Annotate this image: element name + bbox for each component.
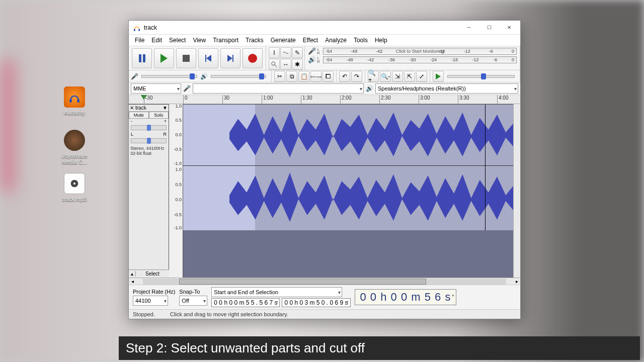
selection-mode-combo[interactable]: Start and End of Selection bbox=[211, 287, 342, 297]
recording-meter[interactable]: Click to Start Monitoring -54 -48 -42 -1… bbox=[323, 48, 517, 55]
selection-start-field[interactable]: 0 0 h 0 0 m 5 5 . 5 6 7 s bbox=[211, 298, 280, 307]
edit-toolbar: ✂ ⧉ 📋 ⟝⟞ ⧠ bbox=[272, 70, 337, 82]
desktop-icon-audacity[interactable]: Audacity bbox=[54, 86, 95, 116]
zoom-toggle-icon[interactable]: ⤢ bbox=[416, 71, 427, 82]
menu-select[interactable]: Select bbox=[166, 36, 189, 45]
svg-rect-4 bbox=[134, 29, 135, 31]
audio-position-field[interactable]: 0 0 h 0 0 m 5 6 s bbox=[355, 289, 457, 305]
undo-icon[interactable]: ↶ bbox=[339, 71, 350, 82]
desktop-icon-joyoshare[interactable]: Joyoshare Media C... bbox=[54, 130, 95, 165]
trim-icon[interactable]: ⟝⟞ bbox=[310, 71, 321, 82]
speaker-slider-icon: 🔊 bbox=[200, 73, 208, 80]
paste-icon[interactable]: 📋 bbox=[298, 71, 309, 82]
desktop-icon-trackmp3[interactable]: track.mp3 bbox=[54, 173, 95, 202]
track-select-button[interactable]: Select bbox=[136, 271, 169, 277]
project-rate-combo[interactable]: 44100 bbox=[133, 296, 168, 306]
play-button[interactable] bbox=[154, 48, 174, 68]
tools-toolbar: I ✎ ↔ ✱ bbox=[266, 46, 305, 70]
track-close-icon[interactable]: ✕ bbox=[130, 105, 134, 111]
desktop-icon-label: track.mp3 bbox=[54, 196, 95, 202]
mic-icon[interactable]: 🎤 bbox=[308, 47, 316, 55]
close-button[interactable]: ✕ bbox=[499, 21, 519, 35]
waveform-left-channel[interactable] bbox=[183, 105, 520, 166]
speaker-icon[interactable]: 🔊 bbox=[308, 56, 316, 63]
menu-tools[interactable]: Tools bbox=[351, 36, 371, 45]
meter-lr-label: LR bbox=[316, 48, 321, 55]
playback-volume-slider[interactable] bbox=[211, 75, 267, 78]
horizontal-scrollbar[interactable]: ◂ ▸ bbox=[129, 278, 520, 285]
menubar: File Edit Select View Transport Tracks G… bbox=[129, 35, 520, 46]
menu-transport[interactable]: Transport bbox=[210, 36, 242, 45]
waveform-right-channel[interactable] bbox=[183, 166, 520, 230]
timeline-ruler[interactable]: -30 0 30 1:00 1:30 2:00 2:30 3:00 3:30 4… bbox=[129, 95, 520, 104]
track-menu-icon[interactable]: ▼ bbox=[163, 105, 168, 111]
selection-tool-icon[interactable]: I bbox=[269, 47, 280, 58]
redo-icon[interactable]: ↷ bbox=[351, 71, 362, 82]
menu-help[interactable]: Help bbox=[372, 36, 390, 45]
desktop-icon-label: Audacity bbox=[54, 110, 95, 116]
mute-button[interactable]: Mute bbox=[129, 112, 149, 119]
skip-end-button[interactable] bbox=[220, 48, 240, 68]
svg-point-3 bbox=[73, 183, 76, 185]
selection-end-field[interactable]: 0 0 h 0 3 m 5 0 . 0 6 9 s bbox=[282, 298, 350, 307]
menu-view[interactable]: View bbox=[190, 36, 209, 45]
draw-tool-icon[interactable]: ✎ bbox=[292, 47, 303, 58]
audio-host-combo[interactable]: MME bbox=[131, 83, 181, 94]
status-state: Stopped. bbox=[133, 311, 155, 317]
timeshift-tool-icon[interactable]: ↔ bbox=[280, 59, 291, 70]
menu-file[interactable]: File bbox=[132, 36, 147, 45]
play-speed-slider[interactable] bbox=[447, 75, 515, 78]
zoom-in-icon[interactable]: 🔍+ bbox=[368, 71, 379, 82]
silence-icon[interactable]: ⧠ bbox=[323, 71, 334, 82]
multi-tool-icon[interactable]: ✱ bbox=[292, 59, 303, 70]
cut-icon[interactable]: ✂ bbox=[274, 71, 285, 82]
pan-slider[interactable] bbox=[131, 138, 167, 143]
maximize-button[interactable]: ☐ bbox=[479, 21, 499, 35]
fit-selection-icon[interactable]: ⇲ bbox=[392, 71, 403, 82]
track-format-info: Stereo, 44100Hz 32-bit float bbox=[129, 145, 169, 157]
copy-icon[interactable]: ⧉ bbox=[286, 71, 297, 82]
waveform-canvas[interactable] bbox=[183, 104, 520, 278]
stop-button[interactable] bbox=[176, 48, 196, 68]
menu-analyze[interactable]: Analyze bbox=[322, 36, 350, 45]
menu-tracks[interactable]: Tracks bbox=[243, 36, 267, 45]
menu-generate[interactable]: Generate bbox=[268, 36, 299, 45]
titlebar[interactable]: track ─ ☐ ✕ bbox=[129, 21, 520, 35]
play-at-speed-button[interactable] bbox=[433, 71, 444, 82]
track-control-panel[interactable]: ✕ track ▼ Mute Solo - + L R Stereo, 4410… bbox=[129, 104, 169, 278]
svg-line-7 bbox=[275, 65, 277, 67]
solo-button[interactable]: Solo bbox=[149, 112, 169, 119]
gain-slider[interactable] bbox=[131, 125, 167, 130]
tutorial-caption: Step 2: Select unwanted parts and cut of… bbox=[119, 336, 640, 360]
status-hint: Click and drag to move right selection b… bbox=[170, 311, 288, 317]
playback-meter[interactable]: -54 -48 -42 -36 -30 -24 -18 -12 -6 0 bbox=[323, 56, 517, 63]
vertical-scrollbar[interactable] bbox=[513, 104, 520, 278]
skip-start-button[interactable] bbox=[198, 48, 218, 68]
pause-button[interactable] bbox=[132, 48, 152, 68]
snap-to-combo[interactable]: Off bbox=[179, 296, 207, 306]
minimize-button[interactable]: ─ bbox=[459, 21, 479, 35]
menu-edit[interactable]: Edit bbox=[148, 36, 165, 45]
track-collapse-footer[interactable]: ▴ Select bbox=[129, 269, 169, 278]
menu-effect[interactable]: Effect bbox=[300, 36, 321, 45]
record-button[interactable] bbox=[243, 48, 263, 68]
desktop-icon-label: Joyoshare Media C... bbox=[54, 153, 95, 165]
speaker-icon: 🔊 bbox=[366, 85, 373, 92]
snap-to-label: Snap-To bbox=[179, 289, 207, 295]
playback-device-combo[interactable]: Speakers/Headphones (Realtek(R)) bbox=[375, 83, 518, 94]
svg-rect-1 bbox=[77, 99, 79, 103]
selection-toolbar: Project Rate (Hz) 44100 Snap-To Off Star… bbox=[129, 285, 520, 309]
collapse-arrow-icon[interactable]: ▴ bbox=[129, 271, 136, 277]
zoom-out-icon[interactable]: 🔍- bbox=[380, 71, 391, 82]
track-area: ✕ track ▼ Mute Solo - + L R Stereo, 4410… bbox=[129, 104, 520, 278]
track-name[interactable]: track bbox=[135, 105, 161, 111]
fit-project-icon[interactable]: ⇱ bbox=[404, 71, 415, 82]
svg-rect-0 bbox=[69, 99, 71, 103]
meter-lr-label: LR bbox=[316, 56, 321, 63]
recording-device-combo[interactable] bbox=[193, 83, 364, 94]
vertical-scale[interactable]: 1.0 0.5 0.0 -0.5 -1.0 1.0 0.5 0.0 -0.5 -… bbox=[169, 104, 183, 278]
recording-volume-slider[interactable] bbox=[141, 75, 197, 78]
envelope-tool-icon[interactable] bbox=[280, 47, 291, 58]
edit-cursor[interactable] bbox=[485, 105, 486, 230]
zoom-tool-icon[interactable] bbox=[269, 59, 280, 70]
